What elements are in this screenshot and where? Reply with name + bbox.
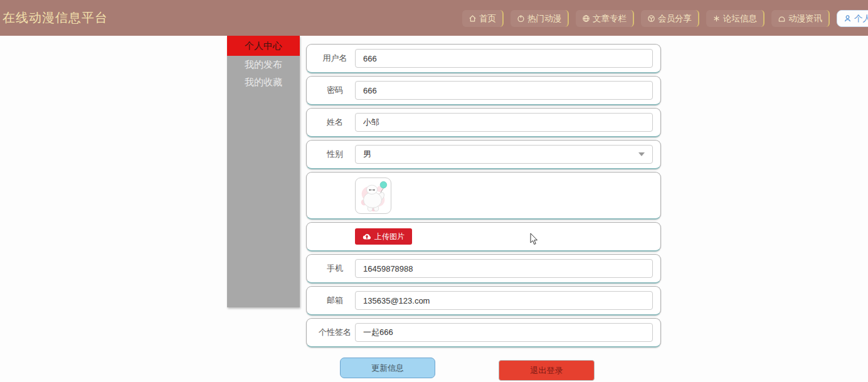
logout-button[interactable]: 退出登录	[499, 360, 595, 381]
signature-label: 个性签名	[315, 327, 355, 338]
profile-form: 用户名 密码 姓名 性别 男	[306, 44, 661, 382]
header: 在线动漫信息平台 首页 热门动漫 文章专栏 会员分享 论坛信息 动漫资讯 个人中	[0, 0, 868, 36]
forum-icon	[712, 14, 721, 23]
gender-label: 性别	[315, 149, 355, 160]
password-row: 密码	[306, 76, 661, 105]
phone-input[interactable]	[355, 259, 653, 278]
email-row: 邮箱	[306, 286, 661, 316]
update-info-button[interactable]: 更新信息	[340, 358, 435, 378]
upload-image-button[interactable]: 上传图片	[355, 228, 412, 245]
username-input[interactable]	[355, 49, 653, 68]
sidebar-item-profile[interactable]: 个人中心	[227, 36, 300, 56]
form-actions: 更新信息 退出登录	[306, 355, 661, 382]
upload-row: 上传图片	[306, 222, 661, 252]
name-input[interactable]	[355, 113, 653, 132]
share-icon	[647, 14, 655, 23]
phone-label: 手机	[315, 263, 355, 274]
sidebar: 个人中心 我的发布 我的收藏	[227, 36, 300, 307]
signature-row: 个性签名	[306, 318, 661, 348]
name-row: 姓名	[306, 108, 661, 137]
nav-item-anime-news[interactable]: 动漫资讯	[771, 10, 830, 27]
nav-item-profile[interactable]: 个人中心	[837, 10, 868, 27]
news-icon	[778, 14, 786, 23]
avatar	[355, 178, 391, 214]
nav-item-home[interactable]: 首页	[462, 10, 504, 27]
name-label: 姓名	[315, 117, 355, 128]
password-label: 密码	[315, 85, 355, 96]
gender-select[interactable]: 男	[355, 145, 653, 164]
password-input[interactable]	[355, 81, 653, 100]
phone-row: 手机	[306, 254, 661, 284]
nav-item-articles[interactable]: 文章专栏	[576, 10, 634, 27]
upload-button-label: 上传图片	[374, 231, 405, 242]
signature-input[interactable]	[355, 323, 653, 342]
nav-item-forum[interactable]: 论坛信息	[706, 10, 765, 27]
gender-selected-value: 男	[363, 149, 638, 160]
hot-icon	[517, 14, 525, 23]
chevron-down-icon	[638, 152, 645, 156]
sidebar-item-my-posts[interactable]: 我的发布	[227, 56, 300, 73]
avatar-baymax-image	[356, 178, 391, 213]
avatar-row	[306, 172, 661, 220]
gender-row: 性别 男	[306, 140, 661, 169]
upload-cloud-icon	[363, 233, 371, 240]
article-icon	[582, 14, 590, 23]
email-label: 邮箱	[315, 295, 355, 306]
mouse-cursor	[530, 233, 539, 246]
main-nav: 首页 热门动漫 文章专栏 会员分享 论坛信息 动漫资讯 个人中心 后台	[462, 10, 868, 27]
email-input[interactable]	[355, 291, 653, 310]
username-row: 用户名	[306, 44, 661, 73]
nav-item-hot-anime[interactable]: 热门动漫	[511, 10, 569, 27]
user-icon	[844, 14, 852, 23]
sidebar-item-my-favorites[interactable]: 我的收藏	[227, 73, 300, 91]
username-label: 用户名	[315, 53, 355, 64]
page-title: 在线动漫信息平台	[3, 0, 108, 36]
nav-item-member-share[interactable]: 会员分享	[641, 10, 699, 27]
home-icon	[468, 14, 477, 23]
